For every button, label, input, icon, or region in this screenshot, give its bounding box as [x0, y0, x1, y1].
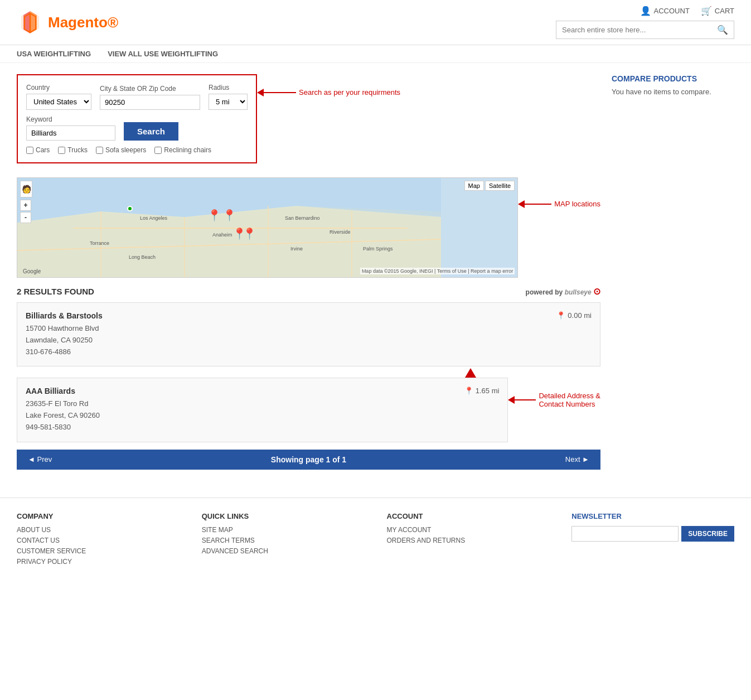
result-card-1: Billiards & Barstools 15700 Hawthorne Bl…	[17, 302, 600, 366]
zoom-in-button[interactable]: +	[20, 200, 31, 211]
search-annotation-text: Search as per your requirments	[299, 88, 400, 96]
map-pin-4[interactable]: 📍	[243, 227, 256, 240]
prev-button[interactable]: ◄ Prev	[28, 455, 52, 464]
footer-quick-links: QUICK LINKS SITE MAP SEARCH TERMS ADVANC…	[202, 512, 365, 568]
zoom-out-button[interactable]: -	[20, 212, 31, 223]
city-state-label: City & State OR Zip Code	[100, 85, 200, 93]
compare-products-text: You have no items to compare.	[612, 88, 734, 96]
footer-site-map[interactable]: SITE MAP	[202, 526, 365, 534]
result-name-1: Billiards & Barstools	[26, 311, 592, 320]
header: Magento® 👤 ACCOUNT 🛒 CART 🔍	[0, 0, 751, 45]
footer-newsletter: NEWSLETTER SUBSCRIBE	[571, 512, 734, 568]
map-google-label: Google	[23, 268, 41, 274]
footer-customer-service[interactable]: CUSTOMER SERVICE	[17, 547, 180, 555]
sofa-sleepers-checkbox[interactable]	[96, 147, 103, 154]
footer-privacy-policy[interactable]: PRIVACY POLICY	[17, 558, 180, 566]
footer: COMPANY ABOUT US CONTACT US CUSTOMER SER…	[0, 498, 751, 582]
radius-label: Radius	[209, 84, 248, 91]
search-form-box: Country United States City & State OR Zi…	[17, 74, 257, 163]
newsletter-form: SUBSCRIBE	[571, 526, 734, 542]
search-submit-button[interactable]: 🔍	[717, 25, 728, 35]
reclining-chairs-checkbox[interactable]	[154, 147, 162, 154]
country-group: Country United States	[26, 84, 91, 110]
search-annotation: Search as per your requirments	[263, 88, 400, 96]
results-count: 2 RESULTS FOUND	[17, 287, 94, 296]
footer-about-us[interactable]: ABOUT US	[17, 526, 180, 534]
checkbox-trucks[interactable]: Trucks	[58, 146, 88, 154]
footer-advanced-search[interactable]: ADVANCED SEARCH	[202, 547, 365, 555]
content: Country United States City & State OR Zi…	[17, 74, 600, 470]
cart-icon: 🛒	[701, 6, 712, 16]
next-button[interactable]: Next ►	[565, 455, 589, 464]
checkbox-reclining-chairs[interactable]: Reclining chairs	[154, 146, 211, 154]
result-address2-2: Lake Forest, CA 90260	[26, 410, 499, 422]
distance-pin-icon-2: 📍	[464, 387, 473, 395]
map-button[interactable]: Map	[464, 181, 484, 191]
newsletter-email-input[interactable]	[571, 526, 679, 542]
bullseye-icon: ⊙	[593, 287, 600, 296]
footer-search-terms[interactable]: SEARCH TERMS	[202, 537, 365, 544]
compare-products-title: COMPARE PRODUCTS	[612, 74, 734, 83]
map-pin-2[interactable]: 📍	[222, 209, 236, 222]
logo-area: Magento®	[17, 9, 118, 36]
result-address2-1: Lawndale, CA 90250	[26, 335, 592, 346]
nav-item-view-all[interactable]: VIEW ALL USE WEIGHTLIFTING	[108, 50, 218, 58]
svg-text:Torrance: Torrance	[90, 240, 109, 246]
footer-account: ACCOUNT MY ACCOUNT ORDERS AND RETURNS	[387, 512, 550, 568]
map-attribution: Map data ©2015 Google, INEGI | Terms of …	[360, 268, 515, 274]
distance-pin-icon-1: 📍	[556, 311, 565, 320]
compare-products-section: COMPARE PRODUCTS You have no items to co…	[612, 74, 734, 96]
trucks-checkbox[interactable]	[58, 147, 65, 154]
city-state-input[interactable]	[100, 95, 200, 110]
map-controls: 🧑 + -	[20, 181, 32, 223]
cart-link[interactable]: 🛒 CART	[701, 6, 734, 16]
person-pegman[interactable]: 🧑	[20, 181, 32, 197]
form-row-1: Country United States City & State OR Zi…	[26, 84, 248, 110]
svg-text:Irvine: Irvine	[290, 246, 303, 252]
checkbox-sofa-sleepers[interactable]: Sofa sleepers	[96, 146, 146, 154]
footer-my-account[interactable]: MY ACCOUNT	[387, 526, 550, 534]
map-container: Los Angeles San Bernardino Anaheim River…	[17, 177, 518, 278]
map-background: Los Angeles San Bernardino Anaheim River…	[17, 178, 517, 277]
header-actions: 👤 ACCOUNT 🛒 CART	[640, 6, 734, 16]
keyword-label: Keyword	[26, 115, 115, 123]
powered-by: powered by bullseye ⊙	[526, 286, 600, 297]
svg-text:San Bernardino: San Bernardino	[285, 215, 320, 221]
nav-item-usa-weightlifting[interactable]: USA WEIGHTLIFTING	[17, 50, 91, 58]
map-annotation: MAP locations	[524, 200, 600, 208]
pegman-icon: 🧑	[22, 185, 31, 194]
radius-group: Radius 5 mi 10 mi 25 mi 50 mi	[209, 84, 248, 110]
result-card-2: AAA Billiards 23635-F El Toro Rd Lake Fo…	[17, 378, 508, 442]
svg-text:Anaheim: Anaheim	[212, 232, 232, 238]
search-input[interactable]	[562, 26, 717, 34]
map-pin-1[interactable]: 📍	[207, 209, 221, 222]
radius-select[interactable]: 5 mi 10 mi 25 mi 50 mi	[209, 94, 248, 110]
footer-orders-returns[interactable]: ORDERS AND RETURNS	[387, 537, 550, 544]
keyword-input[interactable]	[26, 125, 115, 141]
footer-columns: COMPANY ABOUT US CONTACT US CUSTOMER SER…	[17, 512, 734, 568]
logo-text: Magento®	[48, 14, 118, 31]
footer-company-title: COMPANY	[17, 512, 180, 520]
satellite-button[interactable]: Satellite	[485, 181, 515, 191]
footer-company: COMPANY ABOUT US CONTACT US CUSTOMER SER…	[17, 512, 180, 568]
search-bar: 🔍	[556, 21, 734, 39]
cars-checkbox[interactable]	[26, 147, 33, 154]
nav: USA WEIGHTLIFTING VIEW ALL USE WEIGHTLIF…	[0, 45, 751, 63]
search-button[interactable]: Search	[124, 122, 178, 141]
svg-text:Palm Springs: Palm Springs	[363, 246, 393, 252]
map-annotation-text: MAP locations	[554, 200, 600, 208]
newsletter-title: NEWSLETTER	[571, 512, 734, 520]
sidebar: COMPARE PRODUCTS You have no items to co…	[612, 74, 734, 470]
main-container: Country United States City & State OR Zi…	[0, 63, 751, 481]
result-phone-1: 310-676-4886	[26, 346, 592, 358]
results-list: Billiards & Barstools 15700 Hawthorne Bl…	[17, 302, 600, 447]
result-address1-2: 23635-F El Toro Rd	[26, 398, 499, 410]
footer-contact-us[interactable]: CONTACT US	[17, 537, 180, 544]
result-name-2: AAA Billiards	[26, 387, 499, 395]
checkbox-cars[interactable]: Cars	[26, 146, 50, 154]
magento-logo-icon	[17, 9, 43, 36]
account-link[interactable]: 👤 ACCOUNT	[640, 6, 690, 16]
newsletter-subscribe-button[interactable]: SUBSCRIBE	[681, 526, 734, 542]
svg-text:Riverside: Riverside	[330, 229, 351, 235]
country-select[interactable]: United States	[26, 94, 91, 110]
